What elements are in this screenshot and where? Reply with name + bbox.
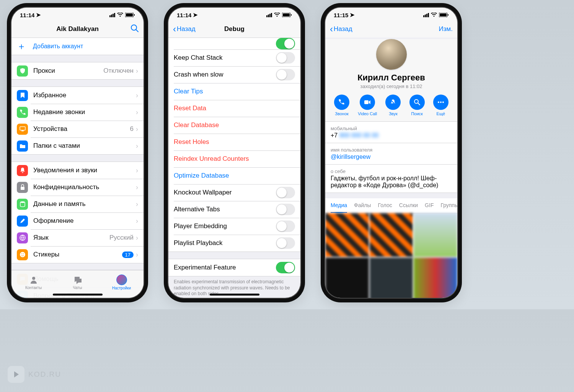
row-privacy[interactable]: Конфиденциальность› [11, 179, 144, 196]
phone-settings: 11:14➤ Aik Dallakyan ＋Добавить аккаунт П… [11, 8, 144, 298]
status-bar: 11:14➤ [11, 8, 144, 21]
svg-line-23 [418, 103, 420, 105]
row-label: Конфиденциальность [33, 183, 136, 191]
tab-label: Настройки [112, 286, 131, 290]
row-calls[interactable]: Недавние звонки› [11, 104, 144, 121]
wifi-icon [117, 12, 123, 18]
row-clear-db[interactable]: Clear Database [168, 117, 300, 134]
tab-media[interactable]: Медиа [331, 198, 347, 213]
row-alt-tabs[interactable]: Alternative Tabs [168, 201, 300, 218]
battery-icon [125, 12, 135, 18]
toggle[interactable] [276, 237, 295, 249]
row-reset-holes[interactable]: Reset Holes [168, 134, 300, 150]
media-thumb[interactable] [414, 213, 457, 257]
row-language[interactable]: ЯзыкРусский› [11, 229, 144, 246]
row-playlist[interactable]: Playlist Playback [168, 235, 300, 252]
edit-button[interactable]: Изм. [439, 25, 453, 33]
action-label: Поиск [411, 111, 422, 116]
avatar-icon [116, 274, 127, 285]
mute-button[interactable]: Звук [385, 95, 401, 116]
row-keep-chat-stack[interactable]: Keep Chat Stack [168, 49, 300, 66]
tab-settings[interactable]: Настройки [99, 270, 144, 294]
tab-label: Чаты [73, 286, 82, 290]
video-icon [360, 95, 375, 110]
globe-icon [17, 232, 28, 243]
toggle[interactable] [276, 52, 295, 64]
sticker-icon [17, 249, 28, 260]
shield-icon [17, 65, 28, 77]
row-devices[interactable]: Устройства6› [11, 121, 144, 137]
row-reset-data[interactable]: Reset Data [168, 100, 300, 117]
add-account-row[interactable]: ＋Добавить аккаунт [11, 38, 144, 55]
clock: 11:15 [334, 12, 348, 18]
row-label: Reindex Unread Counters [174, 155, 295, 163]
row-experimental[interactable]: Experimental Feature [168, 259, 300, 276]
page-title: Aik Dallakyan [11, 25, 144, 33]
row-appearance[interactable]: Оформление› [11, 212, 144, 229]
toggle[interactable] [276, 38, 295, 49]
chevron-left-icon: ‹ [330, 24, 333, 34]
media-thumb[interactable] [370, 258, 413, 298]
tab-chats[interactable]: Чаты [55, 270, 99, 294]
search-button[interactable] [130, 24, 139, 34]
bio-text: Гаджеты, футбол и рок-н-ролл! Шеф-редакт… [331, 175, 452, 189]
avatar[interactable] [376, 39, 407, 70]
count-badge: 17 [122, 252, 134, 258]
phone-debug: 11:14➤ ‹Назад Debug Keep Chat Stack Cras… [168, 8, 300, 298]
tab-groups[interactable]: Группы [440, 198, 457, 213]
more-button[interactable]: Ещё [433, 95, 448, 116]
row-label: Папки с чатами [33, 142, 136, 150]
media-thumb[interactable] [370, 213, 413, 257]
call-button[interactable]: Звонок [334, 95, 349, 116]
clock: 11:14 [177, 12, 191, 18]
row-folders[interactable]: Папки с чатами› [11, 137, 144, 154]
row-stickers[interactable]: Стикеры17› [11, 246, 144, 263]
row-notifications[interactable]: Уведомления и звуки› [11, 162, 144, 179]
toggle[interactable] [276, 262, 295, 273]
row-data[interactable]: Данные и память› [11, 196, 144, 212]
media-thumb[interactable] [414, 258, 457, 298]
location-icon: ➤ [350, 11, 355, 18]
toggle[interactable] [276, 187, 295, 198]
chevron-right-icon: › [136, 183, 138, 191]
row-proxy[interactable]: ПроксиОтключен› [11, 62, 144, 79]
row-clear-tips[interactable]: Clear Tips [168, 83, 300, 100]
row-label: Язык [33, 234, 109, 242]
tab-files[interactable]: Файлы [354, 198, 371, 213]
svg-rect-5 [20, 127, 25, 130]
svg-rect-18 [440, 13, 447, 16]
info-mobile[interactable]: мобильный +7 900 000 00 00 [325, 122, 457, 143]
toggle[interactable] [276, 220, 295, 232]
info-label: имя пользователя [331, 147, 452, 153]
tab-voice[interactable]: Голос [378, 198, 392, 213]
wifi-icon [274, 12, 280, 18]
media-thumb[interactable] [325, 258, 369, 298]
tab-contacts[interactable]: Контакты [11, 270, 55, 294]
database-icon [17, 199, 28, 210]
back-button[interactable]: ‹Назад [330, 24, 352, 34]
row-knockout-wallpaper[interactable]: Knockout Wallpaper [168, 184, 300, 201]
tab-gif[interactable]: GIF [425, 198, 434, 213]
phone-prefix: +7 [331, 132, 338, 139]
row-crash-slow[interactable]: Crash when slow [168, 66, 300, 83]
row-hidden-toggle[interactable] [168, 38, 300, 49]
row-reindex[interactable]: Reindex Unread Counters [168, 150, 300, 167]
chats-icon [73, 275, 83, 285]
phone-icon [17, 107, 28, 118]
svg-point-24 [438, 101, 439, 103]
row-label: Crash when slow [174, 71, 276, 78]
media-thumb[interactable] [325, 213, 369, 257]
row-saved[interactable]: Избранное› [11, 87, 144, 104]
status-bar: 11:14➤ [168, 8, 300, 21]
toggle[interactable] [276, 204, 295, 215]
toggle[interactable] [276, 69, 295, 80]
search-button[interactable]: Поиск [409, 95, 425, 116]
info-username[interactable]: имя пользователя @kirillsergeew [325, 143, 457, 165]
tab-links[interactable]: Ссылки [399, 198, 418, 213]
page-title: Debug [168, 25, 300, 33]
row-player-embed[interactable]: Player Embedding [168, 218, 300, 235]
row-optimize-db[interactable]: Optimize Database [168, 167, 300, 184]
add-account-label: Добавить аккаунт [33, 43, 83, 50]
row-label: Experimental Feature [174, 264, 276, 271]
video-button[interactable]: Video Call [358, 95, 377, 116]
